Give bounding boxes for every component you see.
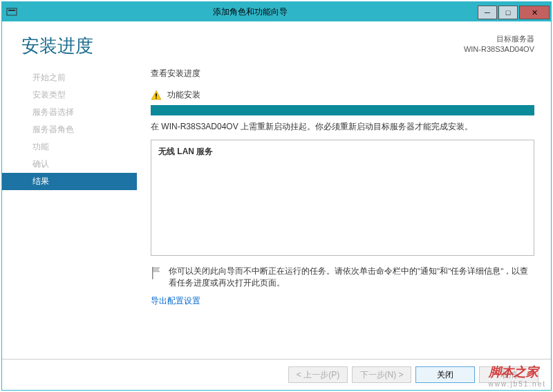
wizard-sidebar: 开始之前 安装类型 服务器选择 服务器角色 功能 确认 结果 xyxy=(2,65,137,359)
feature-list-box: 无线 LAN 服务 xyxy=(151,140,534,256)
body-row: 开始之前 安装类型 服务器选择 服务器角色 功能 确认 结果 查看安装进度 功能… xyxy=(2,65,551,359)
app-icon xyxy=(6,6,17,17)
section-label: 查看安装进度 xyxy=(151,68,534,80)
footer-buttons: < 上一步(P) 下一步(N) > 关闭 取消 xyxy=(2,359,551,390)
titlebar: 添加角色和功能向导 ─ □ ✕ xyxy=(2,2,551,21)
sidebar-item-features: 功能 xyxy=(2,138,137,156)
svg-rect-4 xyxy=(156,97,157,99)
minimize-button[interactable]: ─ xyxy=(478,6,497,19)
target-server-info: 目标服务器 WIN-R38S3AD04OV xyxy=(464,34,534,55)
sidebar-item-server-roles: 服务器角色 xyxy=(2,121,137,138)
next-button: 下一步(N) > xyxy=(352,366,411,383)
window-title: 添加角色和功能向导 xyxy=(23,6,478,18)
target-label: 目标服务器 xyxy=(464,34,534,44)
install-label: 功能安装 xyxy=(167,89,200,101)
target-name: WIN-R38S3AD04OV xyxy=(464,44,534,55)
wizard-window: 添加角色和功能向导 ─ □ ✕ 安装进度 目标服务器 WIN-R38S3AD04… xyxy=(1,1,552,391)
sidebar-item-results[interactable]: 结果 xyxy=(2,173,137,190)
sidebar-item-server-select: 服务器选择 xyxy=(2,104,137,121)
info-text: 你可以关闭此向导而不中断正在运行的任务。请依次单击命令栏中的"通知"和"任务详细… xyxy=(169,265,534,290)
info-row: 你可以关闭此向导而不中断正在运行的任务。请依次单击命令栏中的"通知"和"任务详细… xyxy=(151,265,534,290)
main-panel: 查看安装进度 功能安装 在 WIN-R38S3AD04OV 上需重新启动挂起。你… xyxy=(137,65,538,359)
svg-rect-1 xyxy=(8,10,15,11)
export-config-link[interactable]: 导出配置设置 xyxy=(151,295,534,307)
sidebar-item-confirm: 确认 xyxy=(2,156,137,173)
previous-button: < 上一步(P) xyxy=(288,366,348,383)
header-row: 安装进度 目标服务器 WIN-R38S3AD04OV xyxy=(2,21,551,65)
status-text: 在 WIN-R38S3AD04OV 上需重新启动挂起。你必须重新启动目标服务器才… xyxy=(151,121,534,133)
svg-rect-3 xyxy=(156,93,157,97)
flag-icon xyxy=(151,267,162,279)
install-row: 功能安装 xyxy=(151,89,534,101)
cancel-button: 取消 xyxy=(479,366,538,383)
progress-bar xyxy=(151,105,534,115)
close-window-button[interactable]: ✕ xyxy=(519,6,550,19)
warning-icon xyxy=(151,90,162,101)
page-title: 安装进度 xyxy=(21,34,464,58)
sidebar-item-before: 开始之前 xyxy=(2,69,137,86)
content-area: 安装进度 目标服务器 WIN-R38S3AD04OV 开始之前 安装类型 服务器… xyxy=(2,21,551,390)
maximize-button[interactable]: □ xyxy=(498,6,518,19)
window-controls: ─ □ ✕ xyxy=(478,4,551,19)
sidebar-item-type: 安装类型 xyxy=(2,86,137,104)
feature-item: 无线 LAN 服务 xyxy=(158,147,213,156)
close-button[interactable]: 关闭 xyxy=(415,366,475,383)
svg-rect-0 xyxy=(7,8,17,15)
